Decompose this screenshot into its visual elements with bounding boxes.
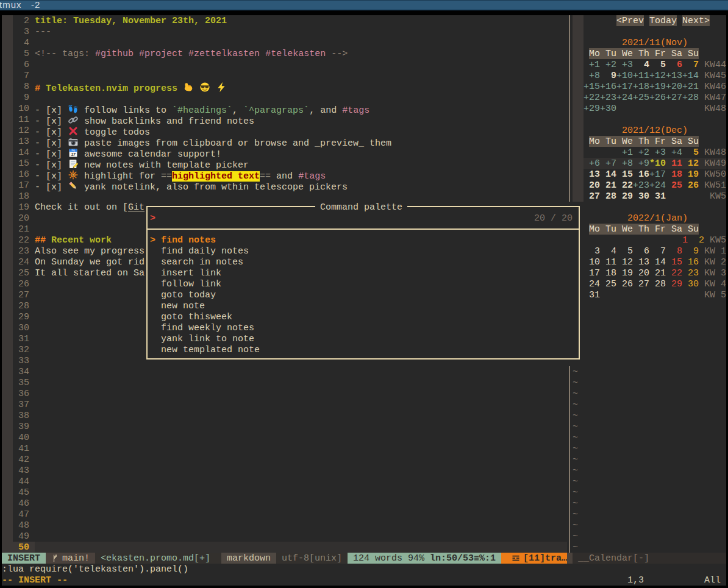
svg-text:17: 17	[71, 152, 76, 157]
